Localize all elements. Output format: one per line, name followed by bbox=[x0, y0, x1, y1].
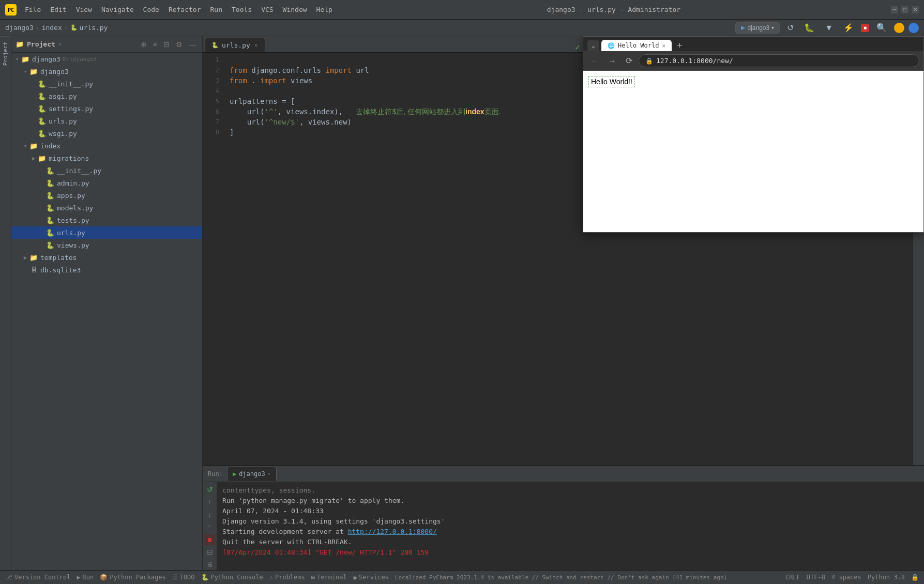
project-tab[interactable]: Project bbox=[1, 36, 10, 71]
new-tab-button[interactable]: + bbox=[674, 40, 686, 51]
tree-item-urls1[interactable]: 🐍 urls.py bbox=[11, 115, 202, 127]
settings-button[interactable]: ⚙ bbox=[174, 39, 185, 50]
encoding-indicator[interactable]: UTF-8 bbox=[807, 574, 825, 581]
terminal-output[interactable]: contenttypes, sessions. Run 'python mana… bbox=[217, 482, 924, 584]
tree-item-db[interactable]: 🗄 db.sqlite3 bbox=[11, 264, 202, 276]
bottom-tabs: Run: ▶ django3 ✕ bbox=[203, 466, 924, 482]
run-status[interactable]: ▶ Run bbox=[77, 574, 94, 581]
browser-forward-button[interactable]: → bbox=[605, 55, 619, 67]
browser-tab[interactable]: 🌐 Hello World ✕ bbox=[601, 40, 672, 51]
bottom-panel: Run: ▶ django3 ✕ ↺ ↑ ↓ ≡ ■ ⊟ bbox=[203, 465, 924, 584]
minimize-button[interactable]: ─ bbox=[891, 6, 898, 13]
status-bar: ⎇ Version Control ▶ Run 📦 Python Package… bbox=[0, 570, 924, 584]
tree-item-models[interactable]: 🐍 models.py bbox=[11, 202, 202, 214]
menu-tools[interactable]: Tools bbox=[228, 4, 256, 16]
navbar-bug-button[interactable]: 🐛 bbox=[801, 22, 817, 34]
run-config-button[interactable]: ▶ django3 ▾ bbox=[735, 22, 780, 34]
root-path: D:\django3 bbox=[63, 56, 97, 63]
tree-item-urls-active[interactable]: 🐍 urls.py bbox=[11, 226, 202, 239]
menu-vcs[interactable]: VCS bbox=[257, 4, 277, 16]
tree-item-admin[interactable]: 🐍 admin.py bbox=[11, 177, 202, 189]
sidebar-header: 📁 Project ▾ ⊕ ≡ ⊟ ⚙ — bbox=[11, 36, 202, 53]
rerun-button[interactable]: ↺ bbox=[204, 484, 216, 495]
todo-status[interactable]: ☰ TODO bbox=[172, 574, 195, 581]
menu-navigate[interactable]: Navigate bbox=[97, 4, 138, 16]
tree-item-asgi[interactable]: 🐍 asgi.py bbox=[11, 90, 202, 102]
browser-back-button[interactable]: ← bbox=[587, 55, 602, 67]
bottom-content: ↺ ↑ ↓ ≡ ■ ⊟ 🖨 🗑 contenttypes, sessions. … bbox=[203, 482, 924, 584]
bookmarks-sidebar: ↺ ↑ ↓ ≡ ■ ⊟ 🖨 🗑 bbox=[203, 482, 217, 584]
crlf-indicator[interactable]: CRLF bbox=[785, 574, 800, 581]
breadcrumb-project[interactable]: django3 bbox=[5, 24, 34, 32]
services-status[interactable]: ◉ Services bbox=[353, 574, 389, 581]
maximize-button[interactable]: □ bbox=[901, 6, 908, 13]
hide-button[interactable]: — bbox=[187, 39, 198, 50]
menu-code[interactable]: Code bbox=[139, 4, 163, 16]
list-view-button[interactable]: ⊟ bbox=[204, 547, 216, 557]
bottom-tab-run[interactable]: ▶ django3 ✕ bbox=[227, 467, 277, 481]
editor-tab-urls[interactable]: 🐍 urls.py ✕ bbox=[205, 38, 265, 52]
stop-button[interactable]: ■ bbox=[861, 24, 869, 32]
close-button[interactable]: ✕ bbox=[912, 6, 919, 13]
version-control-status[interactable]: ⎇ Version Control bbox=[5, 574, 70, 581]
crown-icon[interactable] bbox=[894, 23, 904, 33]
tab-close-button[interactable]: ✕ bbox=[253, 41, 259, 49]
browser-dropdown-button[interactable]: ⌄ bbox=[587, 40, 599, 51]
tree-item-init1[interactable]: 🐍 __init__.py bbox=[11, 78, 202, 90]
packages-status[interactable]: 📦 Python Packages bbox=[100, 574, 165, 581]
tree-item-views[interactable]: 🐍 views.py bbox=[11, 239, 202, 251]
run-status-icon: ▶ bbox=[77, 574, 80, 581]
menu-view[interactable]: View bbox=[72, 4, 96, 16]
new-file-button[interactable]: ⊕ bbox=[139, 39, 149, 50]
browser-refresh-button[interactable]: ⟳ bbox=[623, 55, 635, 67]
search-button[interactable]: 🔍 bbox=[873, 22, 890, 34]
tree-item-init2[interactable]: 🐍 __init__.py bbox=[11, 164, 202, 177]
status-message: Localized PyCharm 2023.1.4 is available … bbox=[395, 574, 779, 581]
browser-tab-close-button[interactable]: ✕ bbox=[662, 42, 665, 49]
tree-item-templates[interactable]: ▶ 📁 templates bbox=[11, 251, 202, 264]
tree-item-wsgi[interactable]: 🐍 wsgi.py bbox=[11, 127, 202, 140]
tree-item-django3[interactable]: ▾ 📁 django3 bbox=[11, 65, 202, 78]
python-version-indicator[interactable]: Python 3.8 bbox=[868, 574, 905, 581]
scroll-down-button[interactable]: ↓ bbox=[204, 509, 216, 519]
dropdown-chevron-icon: ▾ bbox=[58, 41, 62, 47]
scope-button[interactable]: ⊟ bbox=[161, 39, 172, 50]
menu-refactor[interactable]: Refactor bbox=[164, 4, 205, 16]
tree-item-settings[interactable]: 🐍 settings.py bbox=[11, 102, 202, 115]
tree-item-tests[interactable]: 🐍 tests.py bbox=[11, 214, 202, 226]
indent-indicator[interactable]: 4 spaces bbox=[831, 574, 861, 581]
navbar-profile-button[interactable]: ⚡ bbox=[840, 22, 857, 34]
menu-window[interactable]: Window bbox=[279, 4, 311, 16]
status-bar-right: CRLF UTF-8 4 spaces Python 3.8 🔒 bbox=[785, 574, 919, 581]
browser-tab-favicon: 🌐 bbox=[608, 42, 615, 49]
print-button[interactable]: 🖨 bbox=[204, 559, 216, 570]
user-avatar[interactable] bbox=[908, 23, 919, 33]
stop-run-button[interactable]: ■ bbox=[204, 534, 216, 545]
menu-help[interactable]: Help bbox=[312, 4, 337, 16]
py-file-icon: 🐍 bbox=[37, 105, 47, 113]
navbar-refresh-button[interactable]: ↺ bbox=[784, 22, 797, 34]
browser-url-bar[interactable]: 🔒 127.0.0.1:8000/new/ bbox=[639, 54, 919, 67]
menu-file[interactable]: File bbox=[21, 4, 45, 16]
tree-item-index[interactable]: ▾ 📁 index bbox=[11, 140, 202, 152]
tree-item-apps[interactable]: 🐍 apps.py bbox=[11, 189, 202, 202]
menu-edit[interactable]: Edit bbox=[46, 4, 70, 16]
breadcrumb-index[interactable]: index bbox=[42, 24, 62, 32]
terminal-status[interactable]: ⊞ Terminal bbox=[311, 574, 347, 581]
scroll-up-button[interactable]: ↑ bbox=[204, 497, 216, 507]
run-tab-close-button[interactable]: ✕ bbox=[268, 471, 271, 477]
wrap-button[interactable]: ≡ bbox=[204, 521, 216, 532]
tree-root[interactable]: ▾ 📁 django3 D:\django3 bbox=[11, 53, 202, 65]
server-url-link[interactable]: http://127.0.0.1:8000/ bbox=[348, 528, 437, 535]
lock-icon: 🔒 bbox=[911, 574, 919, 581]
project-tree: ▾ 📁 django3 D:\django3 ▾ 📁 django3 🐍 __i… bbox=[11, 53, 202, 584]
menu-bar: File Edit View Navigate Code Refactor Ru… bbox=[21, 4, 337, 16]
project-sidebar: 📁 Project ▾ ⊕ ≡ ⊟ ⚙ — ▾ 📁 django3 bbox=[11, 36, 203, 584]
tab-py-icon: 🐍 bbox=[211, 42, 219, 49]
navbar-coverage-button[interactable]: ▼ bbox=[822, 22, 836, 34]
collapse-all-button[interactable]: ≡ bbox=[151, 39, 159, 50]
problems-status[interactable]: ⚠ Problems bbox=[269, 574, 305, 581]
menu-run[interactable]: Run bbox=[206, 4, 226, 16]
tree-item-migrations[interactable]: ▶ 📁 migrations bbox=[11, 152, 202, 164]
console-status[interactable]: 🐍 Python Console bbox=[201, 574, 263, 581]
